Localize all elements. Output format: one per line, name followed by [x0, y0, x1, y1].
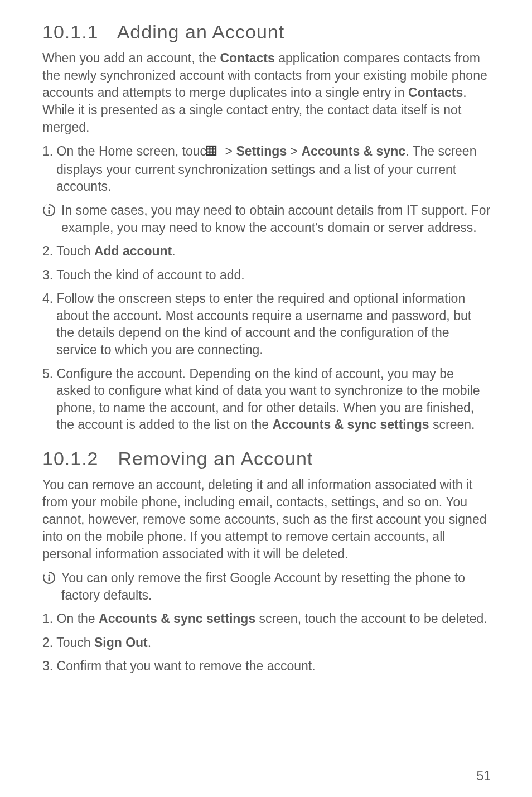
step-number: 5. [42, 366, 57, 381]
text: screen. [429, 417, 475, 432]
text: screen, touch the account to be deleted. [255, 611, 487, 626]
step-5: 5. Configure the account. Depending on t… [42, 365, 491, 433]
text: Touch [56, 635, 94, 650]
intro-paragraph-2: You can remove an account, deleting it a… [42, 476, 491, 563]
note-google-account: You can only remove the first Google Acc… [42, 569, 491, 603]
step-2: 2. Touch Sign Out. [42, 634, 491, 651]
text: On the Home screen, touch [57, 144, 217, 158]
step-number: 1. [42, 144, 57, 158]
text: . [148, 635, 151, 650]
step-number: 2. [42, 244, 56, 258]
step-number: 3. [42, 268, 56, 282]
info-icon [42, 571, 56, 585]
page: 10.1.1 Adding an Account When you add an… [0, 0, 532, 797]
step-1: 1. On the Accounts & sync settings scree… [42, 610, 491, 627]
bold-contacts-1: Contacts [220, 51, 274, 65]
bold-add-account: Add account [94, 244, 172, 258]
note-text: In some cases, you may need to obtain ac… [61, 202, 491, 236]
intro-paragraph-1: When you add an account, the Contacts ap… [42, 50, 491, 136]
heading-adding-account: 10.1.1 Adding an Account [42, 21, 491, 43]
steps-list-1b: 2. Touch Add account. 3. Touch the kind … [42, 243, 491, 433]
bold-sign-out: Sign Out [94, 635, 148, 650]
step-number: 3. [42, 659, 57, 673]
bold-accounts-sync-settings: Accounts & sync settings [272, 417, 429, 432]
step-3: 3. Confirm that you want to remove the a… [42, 658, 491, 675]
text: > [221, 144, 236, 158]
text: > [287, 144, 301, 158]
step-number: 4. [42, 291, 57, 306]
step-4: 4. Follow the onscreen steps to enter th… [42, 290, 491, 358]
step-1: 1. On the Home screen, touch > Settings … [42, 143, 491, 195]
step-number: 2. [42, 635, 56, 650]
bold-contacts-2: Contacts [408, 85, 463, 100]
info-icon [42, 204, 56, 217]
text: . [172, 244, 175, 258]
step-number: 1. [42, 611, 57, 626]
note-text: You can only remove the first Google Acc… [61, 569, 491, 603]
heading-removing-account: 10.1.2 Removing an Account [42, 448, 491, 470]
text: When you add an account, the [42, 51, 220, 65]
step-3: 3. Touch the kind of account to add. [42, 267, 491, 284]
text: Touch the kind of account to add. [56, 268, 245, 282]
bold-accounts-sync: Accounts & sync [301, 144, 405, 158]
step-2: 2. Touch Add account. [42, 243, 491, 260]
page-number: 51 [476, 769, 491, 784]
text: Touch [56, 244, 94, 258]
steps-list-2: 1. On the Accounts & sync settings scree… [42, 610, 491, 675]
text: Confirm that you want to remove the acco… [57, 659, 316, 673]
bold-accounts-sync-settings-2: Accounts & sync settings [99, 611, 255, 626]
bold-settings: Settings [236, 144, 287, 158]
text: On the [57, 611, 99, 626]
text: Follow the onscreen steps to enter the r… [56, 291, 471, 357]
steps-list-1: 1. On the Home screen, touch > Settings … [42, 143, 491, 195]
note-it-support: In some cases, you may need to obtain ac… [42, 202, 491, 236]
